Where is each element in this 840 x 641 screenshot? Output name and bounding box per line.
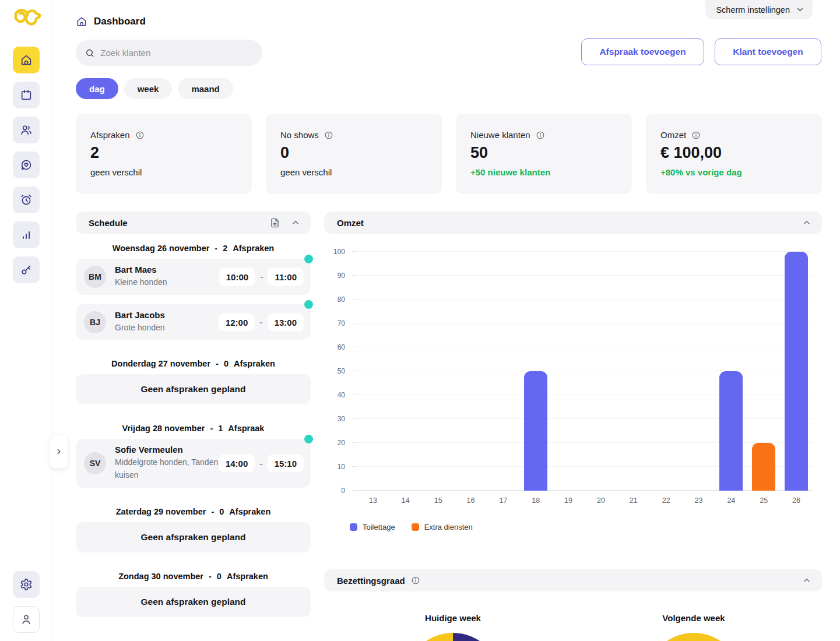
appointment-name: Bart Jacobs bbox=[115, 310, 227, 320]
sidebar-item-account[interactable] bbox=[13, 606, 40, 633]
breadcrumb: Dashboard bbox=[76, 16, 146, 27]
day-count: 1 bbox=[218, 424, 223, 433]
status-dot bbox=[304, 435, 313, 443]
period-tabs: dag week maand bbox=[76, 78, 233, 99]
stat-title: Nieuwe klanten bbox=[470, 130, 530, 140]
collapse-chevron-up-icon[interactable] bbox=[291, 218, 300, 227]
collapse-chevron-up-icon[interactable] bbox=[802, 576, 811, 585]
report-document-icon[interactable] bbox=[269, 217, 280, 228]
gridline bbox=[357, 442, 813, 443]
appointment-name: Sofie Vermeulen bbox=[115, 445, 227, 455]
axis-tick bbox=[352, 442, 357, 443]
info-icon[interactable] bbox=[411, 576, 420, 585]
sidebar-item-statistics[interactable] bbox=[13, 221, 40, 248]
tab-maand[interactable]: maand bbox=[178, 78, 233, 99]
sidebar-item-customers[interactable] bbox=[13, 117, 40, 143]
add-client-button[interactable]: Klant toevoegen bbox=[715, 38, 821, 65]
schedule-day-group: Woensdag 26 november-2AfsprakenBMBart Ma… bbox=[76, 244, 311, 340]
schedule-day-group: Zaterdag 29 november-0AfsprakenGeen afsp… bbox=[76, 507, 311, 552]
y-tick-label: 50 bbox=[324, 367, 345, 375]
app-logo-dog-icon bbox=[9, 7, 41, 35]
gridline bbox=[357, 347, 813, 347]
axis-tick bbox=[352, 251, 357, 252]
axis-tick bbox=[352, 490, 357, 491]
stat-subtext: +50 nieuwe klanten bbox=[470, 167, 617, 177]
gridline bbox=[357, 395, 813, 395]
sidebar-expand-handle[interactable] bbox=[50, 435, 68, 469]
y-tick-label: 80 bbox=[324, 295, 345, 304]
search-input[interactable] bbox=[100, 48, 253, 58]
avatar: BM bbox=[84, 266, 106, 288]
occupancy-pie-next-week: Volgende week bbox=[646, 613, 741, 641]
x-axis: 1314151617181920212223242526 bbox=[357, 496, 813, 508]
appointment-card[interactable]: SVSofie VermeulenMiddelgrote honden, Tan… bbox=[76, 439, 311, 487]
appointment-times: 12:00-13:00 bbox=[219, 313, 304, 331]
appointment-text: Bart MaesKleine honden bbox=[115, 265, 227, 289]
stat-value: 0 bbox=[280, 144, 427, 162]
stat-subtext: geen verschil bbox=[90, 167, 237, 177]
chevron-right-icon bbox=[55, 448, 63, 456]
legend-item: Extra diensten bbox=[412, 523, 473, 531]
day-dash: - bbox=[210, 424, 213, 433]
screen-settings-label: Scherm instellingen bbox=[716, 5, 790, 15]
revenue-bar-chart: 0102030405060708090100 13141516171819202… bbox=[324, 252, 822, 526]
gridline bbox=[357, 275, 813, 276]
time-dash: - bbox=[259, 458, 262, 469]
stat-value: 2 bbox=[90, 144, 237, 162]
x-tick-label: 16 bbox=[467, 496, 475, 505]
add-appointment-button[interactable]: Afspraak toevoegen bbox=[581, 38, 704, 65]
empty-appointments-card: Geen afspraken gepland bbox=[76, 522, 311, 552]
info-icon[interactable] bbox=[324, 131, 333, 140]
customers-icon bbox=[20, 124, 33, 136]
time-end-pill: 15:10 bbox=[268, 455, 304, 473]
x-tick-label: 23 bbox=[695, 496, 703, 505]
appointment-card[interactable]: BJBart JacobsGrote honden12:00-13:00 bbox=[76, 304, 311, 340]
appointment-card[interactable]: BMBart MaesKleine honden10:00-11:00 bbox=[76, 259, 311, 295]
calendar-icon bbox=[20, 89, 33, 101]
collapse-chevron-up-icon[interactable] bbox=[802, 218, 811, 227]
axis-tick bbox=[352, 347, 357, 347]
day-date: Woensdag 26 november bbox=[113, 244, 210, 253]
info-icon[interactable] bbox=[536, 131, 545, 140]
avatar: BJ bbox=[84, 311, 106, 333]
sidebar-item-reminders[interactable] bbox=[13, 186, 40, 213]
time-dash: - bbox=[260, 272, 263, 282]
stat-title: Omzet bbox=[660, 130, 686, 140]
bezettingsgraad-title: Bezettingsgraad bbox=[337, 576, 405, 586]
chart-legend: ToilettageExtra diensten bbox=[350, 523, 473, 531]
sidebar-item-settings[interactable] bbox=[13, 571, 40, 598]
sidebar-item-calendar[interactable] bbox=[13, 82, 40, 108]
info-icon[interactable] bbox=[691, 131, 701, 140]
stat-title: No shows bbox=[280, 130, 319, 140]
day-date: Donderdag 27 november bbox=[111, 359, 210, 368]
day-count: 0 bbox=[224, 359, 229, 368]
x-tick-label: 20 bbox=[597, 496, 605, 505]
schedule-title: Schedule bbox=[89, 218, 128, 228]
settings-gear-icon bbox=[20, 578, 33, 591]
schedule-list: Woensdag 26 november-2AfsprakenBMBart Ma… bbox=[76, 241, 311, 617]
screen-settings-button[interactable]: Scherm instellingen bbox=[705, 0, 813, 19]
schedule-day-label: Donderdag 27 november-0Afspraken bbox=[76, 359, 311, 368]
day-dash: - bbox=[215, 244, 217, 253]
legend-swatch bbox=[350, 523, 357, 531]
tab-week[interactable]: week bbox=[124, 78, 173, 99]
time-end-pill: 13:00 bbox=[268, 313, 304, 331]
stat-card-afspraken: Afspraken 2 geen verschil bbox=[76, 114, 252, 194]
legend-label: Extra diensten bbox=[424, 523, 473, 531]
home-icon bbox=[76, 16, 87, 27]
sidebar-item-access[interactable] bbox=[13, 256, 40, 283]
y-tick-label: 40 bbox=[324, 391, 345, 399]
x-tick-label: 26 bbox=[792, 496, 800, 505]
search-icon bbox=[85, 48, 94, 58]
time-dash: - bbox=[259, 317, 262, 327]
schedule-day-group: Zondag 30 november-0AfsprakenGeen afspra… bbox=[76, 572, 311, 617]
tab-dag[interactable]: dag bbox=[76, 78, 118, 99]
legend-item: Toilettage bbox=[350, 523, 395, 531]
day-date: Zaterdag 29 november bbox=[116, 507, 206, 516]
sidebar-item-home[interactable] bbox=[13, 47, 40, 73]
search-bar[interactable] bbox=[76, 40, 262, 66]
y-tick-label: 70 bbox=[324, 319, 345, 327]
info-icon[interactable] bbox=[135, 131, 145, 140]
sidebar-item-messages[interactable] bbox=[13, 152, 40, 178]
appointment-service: Kleine honden bbox=[115, 276, 227, 289]
